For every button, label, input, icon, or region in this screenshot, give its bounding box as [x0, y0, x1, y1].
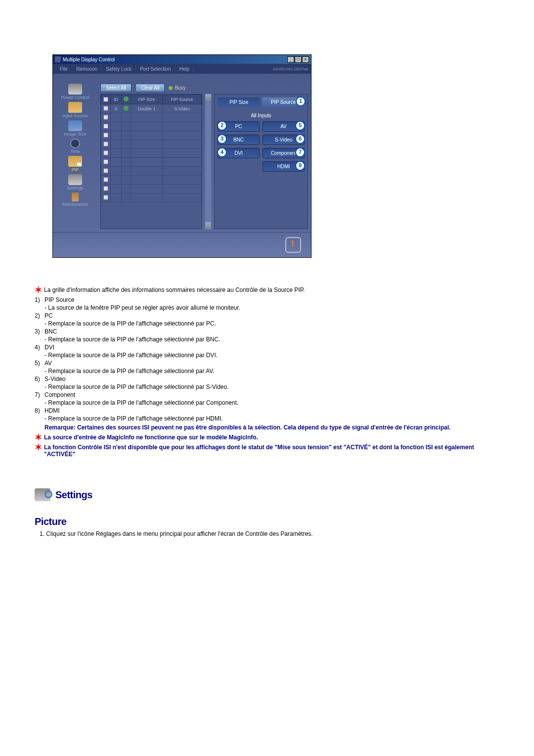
sidebar: Power Control Input Source Image Size Ti…	[53, 74, 97, 232]
sidebar-label: Settings	[67, 186, 84, 190]
busy-label: Busy	[175, 85, 185, 91]
table-row	[101, 158, 202, 167]
note-line: ✶ La source d'entrée de MagicInfo ne fon…	[35, 433, 499, 442]
col-pip-source: PIP Source	[163, 95, 202, 104]
sidebar-item-time[interactable]: Time	[70, 139, 80, 154]
display-grid: ✓ ID PIP Size PIP Source ✓ 0 Double 1	[100, 94, 202, 229]
row-checkbox[interactable]	[103, 124, 108, 129]
table-row	[101, 167, 202, 176]
header-checkbox[interactable]: ✓	[103, 97, 108, 102]
row-checkbox[interactable]: ✓	[103, 106, 108, 111]
list-item: 5)AV- Remplace la source de la PIP de l'…	[35, 360, 499, 375]
select-all-button[interactable]: Select All	[100, 84, 132, 92]
callout-6: 6	[295, 134, 305, 144]
table-row[interactable]: ✓ 0 Double 1 S-Video	[101, 104, 202, 113]
tab-label: PIP Source	[271, 99, 296, 105]
sidebar-label: Image Size	[64, 132, 86, 137]
star-icon: ✶	[35, 285, 42, 294]
list-item: 8)HDMI- Remplace la source de la PIP de …	[35, 407, 499, 422]
row-checkbox[interactable]	[103, 115, 108, 120]
menu-remocon[interactable]: Remocon	[72, 66, 102, 72]
clear-all-button[interactable]: Clear All	[135, 84, 165, 92]
clock-icon	[70, 139, 80, 148]
cell-size: Double 1	[131, 104, 162, 113]
component-button[interactable]: Component7	[263, 148, 305, 158]
app-screenshot: Multiple Display Control _ □ × File Remo…	[52, 54, 312, 258]
table-row	[101, 185, 202, 193]
gear-icon	[68, 174, 82, 185]
row-checkbox[interactable]	[103, 177, 108, 182]
sidebar-label: Maintenance	[62, 202, 88, 207]
menu-port-selection[interactable]: Port Selection	[136, 66, 175, 72]
table-row	[101, 122, 202, 131]
note-line: ✶ La grille d'information affiche des in…	[35, 285, 499, 294]
status-bar	[53, 232, 311, 257]
callout-7: 7	[295, 147, 305, 157]
hdmi-button[interactable]: HDMI8	[263, 161, 305, 172]
scroll-up-icon[interactable]	[205, 94, 211, 101]
row-checkbox[interactable]	[103, 159, 108, 164]
row-checkbox[interactable]	[103, 150, 108, 155]
scroll-track[interactable]	[205, 101, 211, 222]
image-icon	[68, 120, 82, 131]
sidebar-item-image[interactable]: Image Size	[64, 120, 86, 137]
av-button[interactable]: AV5	[263, 121, 305, 132]
sidebar-item-settings[interactable]: Settings	[67, 174, 84, 190]
scroll-down-icon[interactable]	[205, 222, 211, 229]
sidebar-label: Time	[70, 149, 80, 154]
pip-source-panel: PIP Size PIP Source 1 All Inputs PC2 AV5…	[214, 94, 308, 229]
minimize-button[interactable]: _	[287, 56, 294, 63]
list-item: 4)DVI- Remplace la source de la PIP de l…	[35, 344, 499, 359]
input-icon	[68, 102, 82, 113]
table-row	[101, 193, 202, 202]
app-icon	[55, 56, 61, 62]
row-checkbox[interactable]	[103, 133, 108, 138]
menu-safety-lock[interactable]: Safety Lock	[102, 66, 136, 72]
all-inputs-label: All Inputs	[218, 113, 305, 118]
table-row	[101, 140, 202, 149]
bnc-button[interactable]: BNC3	[218, 135, 260, 145]
star-text-3: La fonction Contrôle ISI n'est disponibl…	[44, 443, 499, 458]
row-checkbox[interactable]	[103, 186, 108, 191]
settings-heading: Settings	[35, 488, 499, 501]
status-icon	[124, 96, 129, 101]
menubar: File Remocon Safety Lock Port Selection …	[53, 64, 311, 74]
intro-text: La grille d'information affiche des info…	[44, 285, 305, 293]
pip-icon	[68, 156, 82, 167]
maximize-button[interactable]: □	[295, 56, 302, 63]
alert-icon	[285, 237, 301, 253]
power-icon	[68, 84, 82, 94]
sidebar-label: Input Source	[62, 113, 88, 118]
grid-header-row: ✓ ID PIP Size PIP Source	[101, 95, 202, 104]
sidebar-item-pip[interactable]: PIP	[68, 156, 82, 172]
row-checkbox[interactable]	[103, 142, 108, 146]
menu-file[interactable]: File	[56, 66, 72, 72]
star-icon: ✶	[35, 433, 42, 442]
window-title: Multiple Display Control	[63, 57, 287, 62]
status-dot-icon	[124, 106, 129, 111]
brand-label: SAMSUNG DIGITall	[273, 67, 308, 71]
sidebar-item-maintenance[interactable]: Maintenance	[62, 192, 88, 207]
busy-indicator: Busy	[169, 85, 185, 91]
col-id: ID	[111, 95, 122, 104]
sidebar-item-power[interactable]: Power Control	[61, 84, 89, 100]
settings-icon	[35, 488, 50, 501]
callout-1: 1	[296, 96, 306, 106]
row-checkbox[interactable]	[103, 168, 108, 173]
list-item: 1)PIP Source- La source de la fenêtre PI…	[35, 296, 499, 311]
tab-pip-source[interactable]: PIP Source 1	[262, 97, 305, 107]
row-checkbox[interactable]	[103, 195, 108, 200]
table-row	[101, 113, 202, 122]
svideo-button[interactable]: S-Video6	[263, 135, 305, 145]
menu-help[interactable]: Help	[175, 66, 194, 72]
table-row	[101, 131, 202, 140]
picture-title: Picture	[35, 516, 499, 527]
close-button[interactable]: ×	[302, 56, 309, 63]
pc-button[interactable]: PC2	[218, 121, 260, 132]
tab-pip-size[interactable]: PIP Size	[218, 97, 260, 107]
callout-5: 5	[295, 121, 305, 131]
scrollbar[interactable]	[205, 94, 211, 229]
dvi-button[interactable]: DVI4	[218, 148, 260, 158]
window-titlebar: Multiple Display Control _ □ ×	[53, 55, 311, 64]
sidebar-item-input[interactable]: Input Source	[62, 102, 88, 118]
